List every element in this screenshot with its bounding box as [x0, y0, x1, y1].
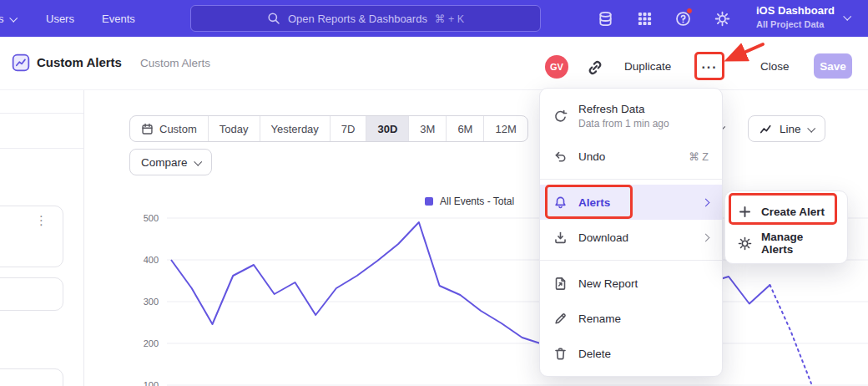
chevron-down-icon	[807, 124, 815, 132]
date-range-yesterday[interactable]: Yesterday	[260, 116, 330, 141]
nav-item-label: s	[0, 13, 4, 25]
gear-icon	[738, 236, 752, 251]
pencil-icon	[553, 312, 568, 326]
search-icon	[267, 12, 280, 25]
undo-icon	[553, 150, 568, 164]
submenu-item-manage-alerts[interactable]: Manage Alerts	[725, 227, 847, 259]
breadcrumb[interactable]: Custom Alerts	[140, 57, 210, 69]
report-icon	[12, 53, 30, 72]
page-title: Custom Alerts	[37, 55, 122, 69]
menu-item-rename[interactable]: Rename	[540, 301, 722, 336]
menu-item-label: Refresh Data	[578, 103, 709, 115]
nav-item-events[interactable]: Events	[102, 0, 135, 37]
svg-text:300: 300	[144, 297, 159, 307]
chevron-down-icon[interactable]	[843, 13, 851, 21]
notification-dot	[686, 8, 693, 14]
menu-item-label: Rename	[578, 312, 709, 325]
chevron-right-icon	[702, 233, 710, 241]
legend-swatch	[425, 197, 433, 206]
more-options-button[interactable]: ···	[698, 57, 721, 79]
global-search[interactable]: Open Reports & Dashboards ⌘ + K	[190, 5, 541, 32]
copy-link-icon[interactable]	[586, 58, 604, 77]
chart-type-selector[interactable]: Line	[748, 115, 825, 142]
submenu-item-label: Manage Alerts	[761, 231, 835, 256]
calendar-icon	[141, 123, 154, 135]
data-management-icon[interactable]	[595, 8, 615, 28]
search-shortcut: ⌘ + K	[435, 13, 464, 25]
refresh-icon	[553, 109, 568, 124]
nav-item-users[interactable]: Users	[46, 0, 74, 37]
chevron-down-icon	[9, 13, 18, 22]
project-subtitle: All Project Data	[756, 19, 835, 29]
new-report-icon	[553, 277, 568, 291]
menu-item-download[interactable]: Download	[540, 220, 722, 255]
menu-item-label: Delete	[578, 348, 709, 360]
nav-item-partial[interactable]: s	[0, 0, 16, 37]
submenu-item-label: Create Alert	[761, 206, 825, 218]
svg-text:500: 500	[144, 213, 159, 223]
apps-grid-icon[interactable]	[634, 8, 654, 28]
nav-item-label: Users	[46, 13, 74, 25]
menu-item-label: Download	[578, 231, 692, 244]
menu-item-label: Alerts	[578, 196, 692, 209]
date-range-12m[interactable]: 12M	[483, 116, 527, 141]
chevron-right-icon	[702, 198, 710, 206]
project-title: iOS Dashboard	[756, 4, 835, 17]
bell-icon	[553, 196, 568, 210]
menu-item-label: Undo	[578, 150, 678, 163]
alerts-submenu: Create Alert Manage Alerts	[724, 190, 848, 264]
duplicate-button[interactable]: Duplicate	[624, 60, 671, 73]
avatar[interactable]: GV	[545, 55, 568, 79]
close-button[interactable]: Close	[760, 60, 790, 73]
trash-icon	[553, 347, 568, 361]
line-chart-icon	[760, 122, 773, 135]
menu-item-undo[interactable]: Undo ⌘ Z	[540, 139, 722, 174]
menu-item-refresh-data[interactable]: Refresh Data Data from 1 min ago	[540, 94, 722, 139]
top-navbar: s Users Events Open Reports & Dashboards…	[0, 0, 868, 37]
menu-item-alerts[interactable]: Alerts	[540, 185, 722, 220]
date-range-7d[interactable]: 7D	[330, 116, 366, 141]
save-button[interactable]: Save	[814, 53, 852, 79]
svg-text:200: 200	[144, 338, 159, 348]
project-selector[interactable]: iOS Dashboard All Project Data	[756, 4, 835, 29]
search-placeholder: Open Reports & Dashboards	[288, 13, 427, 25]
submenu-item-create-alert[interactable]: Create Alert	[725, 196, 847, 227]
download-icon	[553, 231, 568, 245]
svg-text:100: 100	[144, 380, 159, 386]
help-icon[interactable]	[673, 8, 693, 28]
context-menu: Refresh Data Data from 1 min ago Undo ⌘ …	[539, 88, 723, 377]
chevron-down-icon	[194, 157, 202, 165]
date-range-6m[interactable]: 6M	[446, 116, 483, 141]
plus-icon	[738, 205, 752, 219]
menu-item-delete[interactable]: Delete	[540, 336, 722, 371]
legend-label: All Events - Total	[440, 196, 514, 207]
date-range-custom[interactable]: Custom	[130, 116, 208, 141]
compare-button[interactable]: Compare	[129, 149, 212, 175]
menu-item-shortcut: ⌘ Z	[689, 150, 709, 163]
menu-divider	[540, 260, 722, 261]
menu-item-label: New Report	[578, 277, 709, 290]
nav-item-label: Events	[102, 13, 135, 25]
menu-item-sublabel: Data from 1 min ago	[578, 118, 709, 130]
gear-icon[interactable]	[712, 8, 732, 28]
menu-divider	[540, 179, 722, 180]
legend-item[interactable]: All Events - Total	[425, 196, 514, 207]
date-range-control: Custom Today Yesterday 7D 30D 3M 6M 12M	[129, 115, 528, 142]
menu-item-new-report[interactable]: New Report	[540, 266, 722, 301]
date-range-30d-selected[interactable]: 30D	[366, 116, 408, 141]
svg-text:400: 400	[144, 255, 159, 265]
date-range-today[interactable]: Today	[208, 116, 260, 141]
date-range-3m[interactable]: 3M	[408, 116, 446, 141]
report-header: Custom Alerts Custom Alerts GV Duplicate…	[0, 37, 868, 90]
